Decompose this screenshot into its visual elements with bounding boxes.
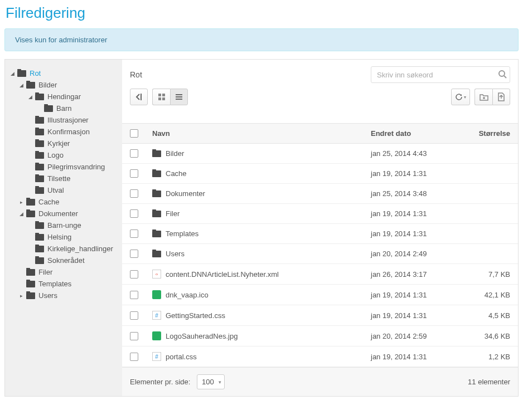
tree-node[interactable]: Filer [18, 266, 118, 278]
info-banner: Vises kun for administratorer [4, 28, 519, 51]
file-name: Bilder [166, 149, 184, 158]
file-date: jan 19, 2014 1:31 [371, 311, 466, 320]
tree-label: Pilegrimsvandring [47, 163, 105, 171]
tree-node[interactable]: ▸Cache [18, 196, 118, 208]
table-row[interactable]: Templatesjan 19, 2014 1:31 [122, 224, 518, 244]
tree-node[interactable]: Tilsette [27, 173, 118, 184]
tree-toggle-icon[interactable]: ◢ [18, 211, 24, 217]
file-name: Dokumenter [166, 189, 205, 198]
table-row[interactable]: LogoSauheradNes.jpgjan 20, 2014 2:5934,6… [122, 326, 518, 346]
tree-node[interactable]: ◢Hendingar [27, 91, 118, 102]
tree-label: Konfirmasjon [47, 128, 90, 136]
tree-toggle-icon[interactable]: ▸ [18, 199, 24, 205]
folder-icon [152, 150, 161, 157]
table-row[interactable]: Cachejan 19, 2014 1:31 [122, 164, 518, 184]
folder-icon [26, 281, 35, 287]
row-checkbox[interactable] [130, 229, 138, 238]
tree-node[interactable]: Barn [36, 102, 118, 114]
tree-node[interactable]: Logo [27, 149, 118, 161]
folder-icon [35, 187, 44, 194]
tree-label: Templates [38, 280, 71, 288]
tree-node[interactable]: Soknerådet [27, 255, 118, 266]
per-page-label: Elementer pr. side: [130, 378, 190, 386]
tree-node[interactable]: Templates [18, 278, 118, 290]
row-checkbox[interactable] [130, 189, 138, 198]
row-checkbox[interactable] [130, 169, 138, 178]
back-button[interactable] [130, 89, 148, 105]
tree-toggle-icon[interactable]: ▸ [18, 293, 24, 299]
svg-rect-7 [176, 94, 182, 95]
row-checkbox[interactable] [130, 270, 138, 279]
svg-rect-8 [176, 96, 182, 97]
folder-icon [26, 82, 35, 89]
file-size: 4,5 KB [466, 311, 510, 320]
tree-label: Users [38, 291, 57, 300]
select-all-checkbox[interactable] [130, 129, 138, 138]
per-page-select[interactable]: 100 [197, 374, 225, 389]
folder-icon [35, 117, 44, 124]
row-checkbox[interactable] [130, 209, 138, 218]
file-name: Cache [166, 169, 187, 178]
row-checkbox[interactable] [130, 311, 138, 320]
row-checkbox[interactable] [130, 353, 138, 361]
row-checkbox[interactable] [130, 332, 138, 340]
file-name: GettingStarted.css [166, 311, 225, 320]
tree-label: Kirkelige_handlinger [47, 245, 113, 253]
grid-view-button[interactable] [152, 89, 170, 105]
tree-node[interactable]: Pilegrimsvandring [27, 161, 118, 173]
file-date: jan 19, 2014 1:31 [371, 353, 466, 361]
file-name: Templates [166, 229, 198, 238]
tree-node[interactable]: ◢Rot [9, 67, 118, 79]
breadcrumb: Rot [130, 70, 142, 79]
tree-node[interactable]: Barn-unge [27, 219, 118, 231]
tree-node[interactable]: Kyrkjer [27, 138, 118, 149]
tree-node[interactable]: Utval [27, 184, 118, 196]
folder-icon [152, 211, 161, 217]
tree-node[interactable]: ▸Users [18, 290, 118, 301]
tree-node[interactable]: ◢Bilder [18, 79, 118, 91]
table-row[interactable]: Dokumenterjan 25, 2014 3:48 [122, 184, 518, 204]
column-name[interactable]: Navn [152, 129, 371, 138]
search-input[interactable] [371, 66, 510, 83]
column-size[interactable]: Størrelse [466, 129, 510, 138]
tree-node[interactable]: ◢Dokumenter [18, 208, 118, 219]
refresh-button[interactable]: ▾ [451, 89, 470, 105]
folder-icon [26, 199, 35, 206]
file-date: jan 25, 2014 4:43 [371, 149, 466, 158]
tree-toggle-icon[interactable]: ◢ [27, 94, 33, 100]
tree-label: Bilder [38, 81, 57, 89]
file-name: portal.css [166, 353, 197, 361]
folder-icon [35, 222, 44, 229]
table-row[interactable]: ‹›content.DNNArticleList.Nyheter.xmljan … [122, 264, 518, 285]
folder-icon [152, 191, 161, 197]
tree-toggle-icon[interactable]: ◢ [18, 82, 24, 88]
table-row[interactable]: #portal.cssjan 19, 2014 1:311,2 KB [122, 346, 518, 367]
tree-node[interactable]: Kirkelige_handlinger [27, 243, 118, 255]
table-row[interactable]: Filerjan 19, 2014 1:31 [122, 204, 518, 224]
file-date: jan 25, 2014 3:48 [371, 189, 466, 198]
row-checkbox[interactable] [130, 250, 138, 258]
tree-node[interactable]: Helsing [27, 231, 118, 243]
folder-icon [35, 140, 44, 147]
table-row[interactable]: Bilderjan 25, 2014 4:43 [122, 144, 518, 164]
tree-toggle-icon[interactable]: ◢ [9, 71, 15, 76]
new-folder-button[interactable] [474, 89, 492, 105]
table-row[interactable]: #GettingStarted.cssjan 19, 2014 1:314,5 … [122, 305, 518, 326]
table-row[interactable]: dnk_vaap.icojan 19, 2014 1:3142,1 KB [122, 285, 518, 305]
folder-icon [35, 129, 44, 135]
tree-node[interactable]: Illustrasjoner [27, 114, 118, 126]
row-checkbox[interactable] [130, 291, 138, 299]
svg-point-0 [499, 71, 505, 76]
row-checkbox[interactable] [130, 149, 138, 158]
file-size: 42,1 KB [466, 291, 510, 299]
upload-file-button[interactable] [492, 89, 510, 105]
column-date[interactable]: Endret dato [371, 129, 466, 138]
folder-tree-sidebar: ◢Rot◢Bilder◢HendingarBarnIllustrasjonerK… [5, 60, 122, 396]
file-icon: # [152, 311, 161, 320]
search-icon[interactable] [498, 70, 507, 79]
table-row[interactable]: Usersjan 20, 2014 2:49 [122, 244, 518, 264]
file-date: jan 19, 2014 1:31 [371, 209, 466, 218]
tree-node[interactable]: Konfirmasjon [27, 126, 118, 138]
list-view-button[interactable] [170, 89, 188, 105]
folder-icon [152, 231, 161, 237]
